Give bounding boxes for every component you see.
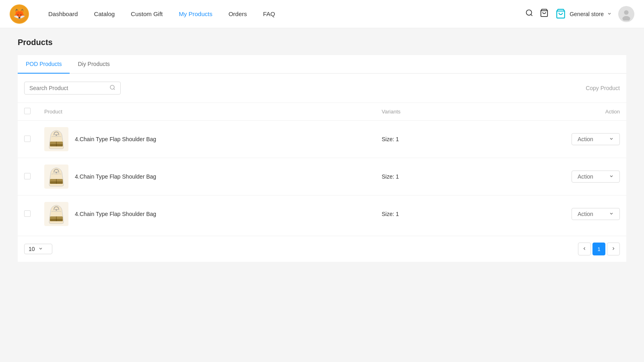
col-product: Product <box>38 103 375 121</box>
svg-point-5 <box>624 10 628 14</box>
store-icon <box>555 8 566 20</box>
search-submit-button[interactable] <box>109 84 116 92</box>
next-page-button[interactable] <box>607 243 620 255</box>
chevron-down-icon <box>609 173 614 180</box>
copy-product-button[interactable]: Copy Product <box>586 85 620 91</box>
action-dropdown-button[interactable]: Action <box>572 208 620 220</box>
page-1-button[interactable]: 1 <box>592 243 605 255</box>
store-chevron-icon <box>607 11 612 17</box>
variants-cell: Size: 1 <box>375 195 461 233</box>
svg-line-8 <box>114 88 115 90</box>
nav-faq[interactable]: FAQ <box>256 7 281 21</box>
nav-my-products[interactable]: My Products <box>172 7 219 21</box>
table-row: 4.Chain Type Flap Shoulder Bag Size: 1 A… <box>18 121 626 158</box>
select-all-checkbox[interactable] <box>24 108 31 114</box>
prev-icon <box>582 246 587 252</box>
next-icon <box>611 246 616 252</box>
row-checkbox[interactable] <box>24 136 31 142</box>
row-checkbox-cell <box>18 121 38 158</box>
page-size-chevron-icon <box>38 246 43 252</box>
product-cell: 4.Chain Type Flap Shoulder Bag <box>38 195 375 233</box>
pagination-bar: 10 1 <box>18 236 626 262</box>
table-container: Copy Product Product Variants Action <box>18 74 626 262</box>
col-variants: Variants <box>375 103 461 121</box>
action-dropdown-button[interactable]: Action <box>572 133 620 145</box>
avatar[interactable] <box>618 6 634 22</box>
row-checkbox[interactable] <box>24 173 31 179</box>
search-box[interactable] <box>24 82 121 95</box>
product-image <box>44 165 68 189</box>
variants-cell: Size: 1 <box>375 158 461 195</box>
product-name: 4.Chain Type Flap Shoulder Bag <box>75 173 156 180</box>
svg-line-1 <box>531 14 533 16</box>
nav-orders[interactable]: Orders <box>222 7 254 21</box>
cart-icon <box>540 8 549 19</box>
nav-custom-gift[interactable]: Custom Gift <box>124 7 169 21</box>
search-icon <box>109 86 116 92</box>
prev-page-button[interactable] <box>578 243 591 255</box>
cart-button[interactable] <box>540 8 549 19</box>
logo-image: 🦊 <box>10 5 28 23</box>
table-row: 4.Chain Type Flap Shoulder Bag Size: 1 A… <box>18 158 626 195</box>
header-right: General store <box>525 6 634 22</box>
table-row: 4.Chain Type Flap Shoulder Bag Size: 1 A… <box>18 195 626 233</box>
tab-diy-products[interactable]: Diy Products <box>70 55 118 74</box>
product-cell: 4.Chain Type Flap Shoulder Bag <box>38 121 375 158</box>
header: 🦊 Dashboard Catalog Custom Gift My Produ… <box>0 0 644 28</box>
store-label: General store <box>570 11 604 17</box>
product-image <box>44 202 68 226</box>
action-cell: Action <box>461 121 626 158</box>
store-selector[interactable]: General store <box>555 8 612 20</box>
page-size-selector[interactable]: 10 <box>24 244 52 254</box>
logo[interactable]: 🦊 <box>10 4 29 24</box>
product-cell: 4.Chain Type Flap Shoulder Bag <box>38 158 375 195</box>
col-checkbox <box>18 103 38 121</box>
product-table: Product Variants Action <box>18 103 626 232</box>
row-checkbox-cell <box>18 158 38 195</box>
page-title: Products <box>18 38 626 47</box>
main-nav: Dashboard Catalog Custom Gift My Product… <box>42 7 525 21</box>
svg-point-0 <box>526 10 532 15</box>
col-action: Action <box>461 103 626 121</box>
nav-dashboard[interactable]: Dashboard <box>42 7 84 21</box>
pagination: 1 <box>578 243 620 255</box>
chevron-down-icon <box>609 211 614 217</box>
product-name: 4.Chain Type Flap Shoulder Bag <box>75 136 156 142</box>
action-cell: Action <box>461 195 626 233</box>
main-content: Products POD Products Diy Products Copy … <box>8 28 636 272</box>
chevron-down-icon <box>609 136 614 142</box>
product-image <box>44 127 68 151</box>
tab-pod-products[interactable]: POD Products <box>18 55 70 74</box>
search-icon <box>525 9 533 19</box>
tabs-container: POD Products Diy Products <box>18 55 626 74</box>
action-cell: Action <box>461 158 626 195</box>
search-input[interactable] <box>29 85 109 91</box>
toolbar: Copy Product <box>18 74 626 103</box>
product-name: 4.Chain Type Flap Shoulder Bag <box>75 211 156 217</box>
row-checkbox[interactable] <box>24 210 31 217</box>
svg-point-7 <box>110 85 114 89</box>
variants-cell: Size: 1 <box>375 121 461 158</box>
nav-catalog[interactable]: Catalog <box>87 7 121 21</box>
row-checkbox-cell <box>18 195 38 233</box>
page-size-value: 10 <box>29 246 35 252</box>
search-button[interactable] <box>525 9 533 19</box>
action-dropdown-button[interactable]: Action <box>572 171 620 183</box>
